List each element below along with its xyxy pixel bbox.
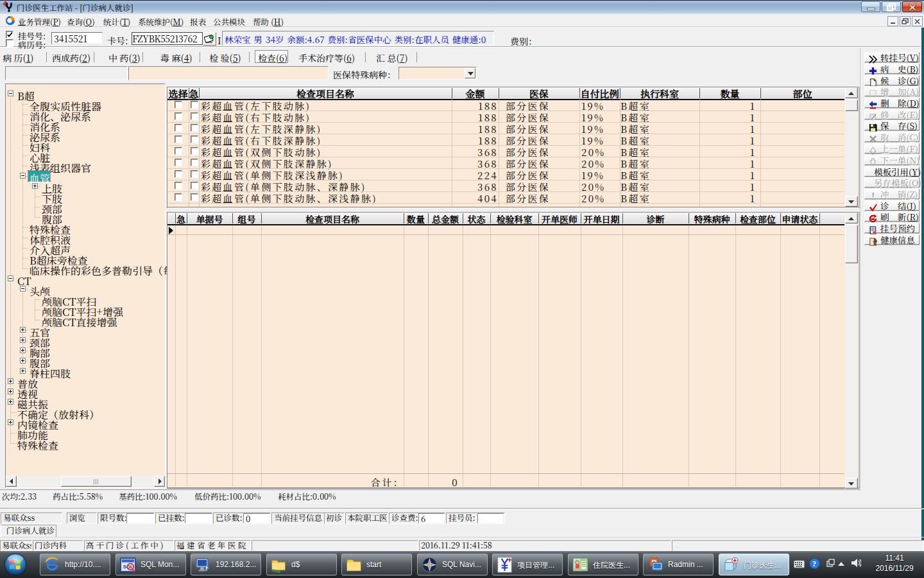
svg-text:?: ? <box>812 559 816 568</box>
